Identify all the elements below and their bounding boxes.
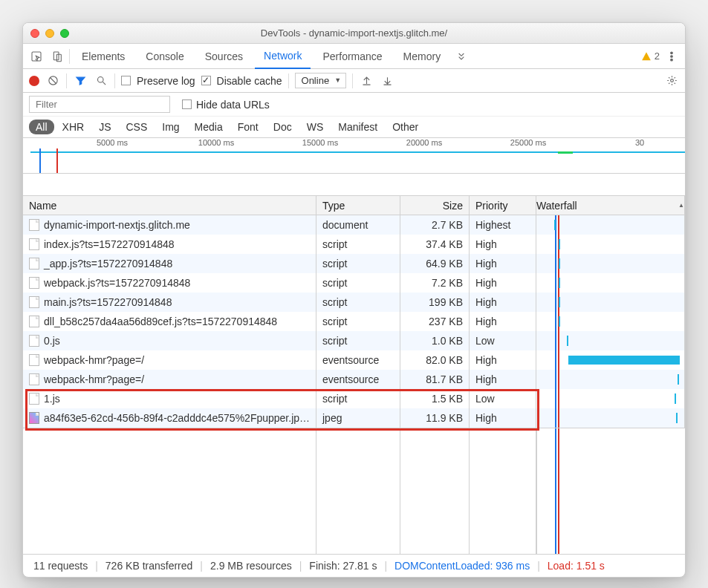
col-priority[interactable]: Priority bbox=[470, 196, 536, 215]
overview-space bbox=[23, 174, 685, 196]
table-row[interactable]: main.js?ts=1572270914848script199 KBHigh bbox=[23, 293, 685, 312]
col-type[interactable]: Type bbox=[316, 196, 400, 215]
row-waterfall bbox=[536, 389, 685, 408]
row-name: dynamic-import-nextjs.glitch.me bbox=[44, 219, 190, 231]
row-name: webpack-hmr?page=/ bbox=[44, 373, 144, 385]
filter-doc[interactable]: Doc bbox=[267, 120, 299, 134]
svg-point-3 bbox=[671, 52, 673, 54]
record-icon[interactable] bbox=[29, 76, 39, 86]
throttling-select[interactable]: Online bbox=[295, 73, 347, 88]
file-icon bbox=[29, 296, 39, 308]
tab-console[interactable]: Console bbox=[137, 45, 192, 68]
table-header: Name Type Size Priority Waterfall▲ bbox=[23, 196, 685, 215]
clear-icon[interactable] bbox=[45, 75, 60, 86]
hide-data-urls-checkbox[interactable] bbox=[182, 99, 192, 109]
table-row[interactable]: webpack.js?ts=1572270914848script7.2 KBH… bbox=[23, 273, 685, 293]
download-har-icon[interactable] bbox=[380, 75, 394, 86]
row-size: 237 KB bbox=[400, 312, 470, 331]
row-priority: High bbox=[470, 312, 536, 331]
row-type: eventsource bbox=[316, 350, 400, 370]
row-priority: High bbox=[470, 293, 536, 312]
file-icon bbox=[29, 238, 39, 250]
network-toolbar: Preserve log Disable cache Online bbox=[23, 69, 685, 93]
col-waterfall[interactable]: Waterfall▲ bbox=[536, 196, 685, 215]
row-priority: High bbox=[470, 370, 536, 389]
row-waterfall bbox=[536, 273, 685, 293]
table-row[interactable]: webpack-hmr?page=/eventsource81.7 KBHigh bbox=[23, 370, 685, 389]
filter-media[interactable]: Media bbox=[188, 120, 230, 134]
file-icon bbox=[29, 354, 39, 366]
filter-css[interactable]: CSS bbox=[119, 120, 154, 134]
filter-all[interactable]: All bbox=[29, 120, 54, 134]
window-title: DevTools - dynamic-import-nextjs.glitch.… bbox=[23, 27, 685, 39]
row-priority: High bbox=[470, 350, 536, 370]
table-row[interactable]: dll_b58c257da4aa56d89cef.js?ts=157227091… bbox=[23, 312, 685, 331]
col-name[interactable]: Name bbox=[23, 196, 316, 215]
filter-input[interactable] bbox=[29, 96, 170, 113]
filter-ws[interactable]: WS bbox=[300, 120, 331, 134]
filter-other[interactable]: Other bbox=[386, 120, 425, 134]
tab-performance[interactable]: Performance bbox=[314, 45, 391, 68]
table-row[interactable]: webpack-hmr?page=/eventsource82.0 KBHigh bbox=[23, 350, 685, 370]
main-tabbar: Elements Console Sources Network Perform… bbox=[23, 44, 685, 69]
filter-manifest[interactable]: Manifest bbox=[331, 120, 384, 134]
kebab-icon[interactable] bbox=[663, 48, 681, 65]
table-row[interactable]: a84f63e5-62cd-456b-89f4-c2adddc4e575%2Fp… bbox=[23, 408, 685, 428]
disable-cache-label: Disable cache bbox=[217, 75, 282, 87]
filter-xhr[interactable]: XHR bbox=[56, 120, 91, 134]
table-row[interactable]: 1.jsscript1.5 KBLow bbox=[23, 389, 685, 408]
svg-rect-1 bbox=[53, 52, 59, 60]
tab-sources[interactable]: Sources bbox=[196, 45, 252, 68]
inspect-icon[interactable] bbox=[27, 48, 45, 65]
timeline-tick: 25000 ms bbox=[510, 138, 546, 147]
row-name: 1.js bbox=[44, 393, 60, 405]
devtools-window: DevTools - dynamic-import-nextjs.glitch.… bbox=[22, 22, 686, 578]
row-waterfall bbox=[536, 254, 685, 273]
col-size[interactable]: Size bbox=[400, 196, 470, 215]
status-load: Load: 1.51 s bbox=[540, 560, 612, 572]
row-size: 2.7 KB bbox=[400, 215, 470, 235]
preserve-log-checkbox[interactable] bbox=[121, 76, 131, 85]
row-size: 199 KB bbox=[400, 293, 470, 312]
tab-memory[interactable]: Memory bbox=[394, 45, 450, 68]
svg-point-7 bbox=[97, 77, 103, 83]
preserve-log-label: Preserve log bbox=[137, 75, 195, 87]
status-finish: Finish: 27.81 s bbox=[302, 560, 384, 572]
device-icon[interactable] bbox=[48, 48, 66, 65]
filter-row: Hide data URLs bbox=[23, 93, 685, 117]
filter-img[interactable]: Img bbox=[155, 120, 186, 134]
filter-font[interactable]: Font bbox=[231, 120, 265, 134]
file-icon bbox=[29, 373, 39, 385]
file-icon bbox=[29, 412, 39, 424]
row-type: script bbox=[316, 293, 400, 312]
row-type: script bbox=[316, 235, 400, 254]
timeline-tick: 5000 ms bbox=[97, 138, 128, 147]
more-tabs-icon[interactable] bbox=[452, 48, 470, 65]
row-name: index.js?ts=1572270914848 bbox=[44, 238, 175, 250]
file-icon bbox=[29, 258, 39, 270]
warnings-badge[interactable]: 2 bbox=[641, 50, 660, 62]
filter-icon[interactable] bbox=[73, 75, 88, 86]
row-name: _app.js?ts=1572270914848 bbox=[44, 258, 172, 270]
overview-timeline[interactable]: 5000 ms10000 ms15000 ms20000 ms25000 ms3… bbox=[23, 138, 685, 174]
status-dcl: DOMContentLoaded: 936 ms bbox=[387, 560, 537, 572]
row-size: 1.5 KB bbox=[400, 389, 470, 408]
table-row[interactable]: 0.jsscript1.0 KBLow bbox=[23, 331, 685, 350]
type-filter-row: All XHR JS CSS Img Media Font Doc WS Man… bbox=[23, 117, 685, 138]
row-name: webpack-hmr?page=/ bbox=[44, 354, 144, 366]
filter-js[interactable]: JS bbox=[92, 120, 117, 134]
row-priority: Low bbox=[470, 331, 536, 350]
table-row[interactable]: dynamic-import-nextjs.glitch.medocument2… bbox=[23, 215, 685, 235]
settings-icon[interactable] bbox=[664, 75, 679, 86]
table-row[interactable]: index.js?ts=1572270914848script37.4 KBHi… bbox=[23, 235, 685, 254]
row-type: eventsource bbox=[316, 370, 400, 389]
disable-cache-checkbox[interactable] bbox=[201, 76, 211, 85]
row-name: dll_b58c257da4aa56d89cef.js?ts=157227091… bbox=[44, 316, 277, 327]
file-icon bbox=[29, 393, 39, 405]
row-type: document bbox=[316, 215, 400, 235]
table-row[interactable]: _app.js?ts=1572270914848script64.9 KBHig… bbox=[23, 254, 685, 273]
tab-elements[interactable]: Elements bbox=[73, 45, 134, 68]
search-icon[interactable] bbox=[94, 75, 108, 86]
tab-network[interactable]: Network bbox=[255, 44, 311, 69]
upload-har-icon[interactable] bbox=[359, 75, 374, 86]
